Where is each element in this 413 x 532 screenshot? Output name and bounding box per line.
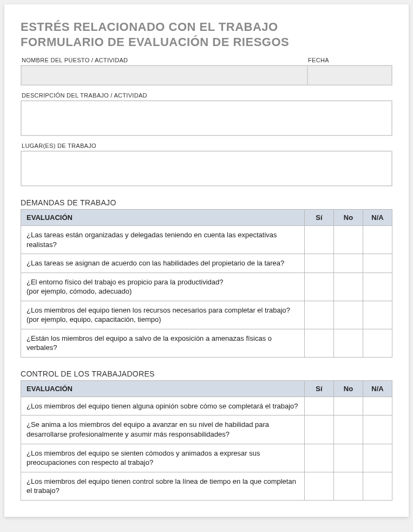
section-2-table: EVALUACIÓN Sí No N/A ¿Los miembros del e… bbox=[21, 380, 392, 501]
option-no[interactable] bbox=[334, 273, 363, 301]
col-eval: EVALUACIÓN bbox=[21, 210, 305, 226]
option-yes[interactable] bbox=[305, 329, 334, 357]
table-row: ¿Los miembros del equipo tienen alguna o… bbox=[21, 397, 392, 416]
question-cell: ¿Los miembros del equipo tienen alguna o… bbox=[21, 397, 305, 416]
col-yes: Sí bbox=[305, 380, 334, 397]
option-yes[interactable] bbox=[305, 301, 334, 329]
table-row: ¿Las tareas están organizadas y delegada… bbox=[21, 226, 392, 254]
col-yes: Sí bbox=[305, 210, 334, 226]
option-na[interactable] bbox=[363, 226, 392, 254]
question-cell: ¿Los miembros del equipo tienen control … bbox=[21, 472, 305, 500]
date-field: FECHA bbox=[307, 57, 392, 86]
option-yes[interactable] bbox=[305, 472, 334, 500]
section-1-body: ¿Las tareas están organizadas y delegada… bbox=[21, 226, 392, 358]
table-row: ¿Las tareas se asignan de acuerdo con la… bbox=[21, 254, 392, 273]
question-cell: ¿El entorno físico del trabajo es propic… bbox=[21, 273, 305, 301]
col-no: No bbox=[334, 210, 363, 226]
option-yes[interactable] bbox=[305, 226, 334, 254]
option-na[interactable] bbox=[363, 329, 392, 357]
table-row: ¿Los miembros del equipo tienen los recu… bbox=[21, 301, 392, 329]
option-no[interactable] bbox=[334, 444, 363, 472]
workplace-field: LUGAR(ES) DE TRABAJO bbox=[21, 142, 392, 186]
option-yes[interactable] bbox=[305, 273, 334, 301]
col-na: N/A bbox=[363, 210, 392, 226]
title-line-1: ESTRÉS RELACIONADO CON EL TRABAJO bbox=[21, 20, 278, 34]
job-name-field: NOMBRE DEL PUESTO / ACTIVIDAD bbox=[21, 57, 307, 86]
option-yes[interactable] bbox=[305, 397, 334, 416]
form-title: ESTRÉS RELACIONADO CON EL TRABAJO FORMUL… bbox=[21, 20, 392, 49]
option-na[interactable] bbox=[363, 301, 392, 329]
section-2-body: ¿Los miembros del equipo tienen alguna o… bbox=[21, 397, 392, 500]
workplace-input[interactable] bbox=[21, 151, 392, 186]
option-na[interactable] bbox=[363, 254, 392, 273]
table-row: ¿Los miembros del equipo tienen control … bbox=[21, 472, 392, 500]
section-1-title: DEMANDAS DE TRABAJO bbox=[21, 198, 392, 207]
date-input[interactable] bbox=[307, 65, 392, 86]
col-no: No bbox=[334, 380, 363, 397]
option-na[interactable] bbox=[363, 416, 392, 444]
option-yes[interactable] bbox=[305, 254, 334, 273]
table-row: ¿El entorno físico del trabajo es propic… bbox=[21, 273, 392, 301]
question-cell: ¿Las tareas se asignan de acuerdo con la… bbox=[21, 254, 305, 273]
job-name-label: NOMBRE DEL PUESTO / ACTIVIDAD bbox=[21, 57, 307, 63]
date-label: FECHA bbox=[307, 57, 392, 63]
table-row: ¿Están los miembros del equipo a salvo d… bbox=[21, 329, 392, 357]
question-cell: ¿Los miembros del equipo tienen los recu… bbox=[21, 301, 305, 329]
table-row: ¿Se anima a los miembros del equipo a av… bbox=[21, 416, 392, 444]
name-date-row: NOMBRE DEL PUESTO / ACTIVIDAD FECHA bbox=[21, 57, 392, 86]
question-cell: ¿Se anima a los miembros del equipo a av… bbox=[21, 416, 305, 444]
option-na[interactable] bbox=[363, 273, 392, 301]
option-no[interactable] bbox=[334, 226, 363, 254]
option-no[interactable] bbox=[334, 416, 363, 444]
col-eval: EVALUACIÓN bbox=[21, 380, 305, 397]
option-na[interactable] bbox=[363, 444, 392, 472]
option-no[interactable] bbox=[334, 472, 363, 500]
option-yes[interactable] bbox=[305, 444, 334, 472]
option-yes[interactable] bbox=[305, 416, 334, 444]
option-na[interactable] bbox=[363, 397, 392, 416]
description-input[interactable] bbox=[21, 100, 392, 136]
option-no[interactable] bbox=[334, 254, 363, 273]
section-1-table: EVALUACIÓN Sí No N/A ¿Las tareas están o… bbox=[21, 209, 392, 358]
description-field: DESCRIPCIÓN DEL TRABAJO / ACTIVIDAD bbox=[21, 92, 392, 136]
question-cell: ¿Los miembros del equipo se sienten cómo… bbox=[21, 444, 305, 472]
question-cell: ¿Están los miembros del equipo a salvo d… bbox=[21, 329, 305, 357]
section-2-title: CONTROL DE LOS TRABAJADORES bbox=[21, 369, 392, 378]
description-label: DESCRIPCIÓN DEL TRABAJO / ACTIVIDAD bbox=[21, 92, 392, 99]
title-line-2: FORMULARIO DE EVALUACIÓN DE RIESGOS bbox=[21, 35, 289, 49]
form-page: ESTRÉS RELACIONADO CON EL TRABAJO FORMUL… bbox=[4, 4, 409, 517]
col-na: N/A bbox=[363, 380, 392, 397]
table-row: ¿Los miembros del equipo se sienten cómo… bbox=[21, 444, 392, 472]
option-no[interactable] bbox=[334, 329, 363, 357]
question-cell: ¿Las tareas están organizadas y delegada… bbox=[21, 226, 305, 254]
job-name-input[interactable] bbox=[21, 65, 307, 86]
option-no[interactable] bbox=[334, 397, 363, 416]
option-no[interactable] bbox=[334, 301, 363, 329]
workplace-label: LUGAR(ES) DE TRABAJO bbox=[21, 142, 392, 149]
option-na[interactable] bbox=[363, 472, 392, 500]
